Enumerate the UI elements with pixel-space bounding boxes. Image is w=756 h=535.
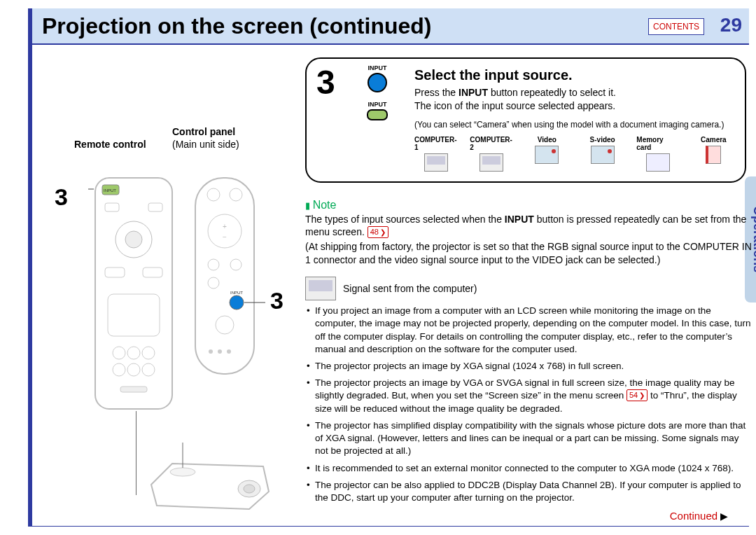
step-marker-panel: 3 (270, 287, 284, 314)
svg-rect-17 (120, 387, 147, 392)
svg-rect-18 (195, 178, 254, 374)
svg-point-21 (208, 214, 241, 248)
continued-link[interactable]: Continued (670, 510, 728, 522)
bullet-item: It is recommended to set an external mon… (305, 462, 753, 475)
svg-point-24 (208, 259, 219, 270)
source-svideo: S-video (581, 136, 624, 172)
note-heading: Note (305, 197, 753, 213)
svg-point-31 (209, 349, 213, 354)
svg-point-19 (207, 188, 220, 201)
svg-text:INPUT: INPUT (104, 188, 116, 193)
svg-rect-9 (143, 268, 162, 277)
source-memory: Memory card (636, 136, 679, 172)
step-box: 3 INPUT INPUT Select the input source. P… (305, 57, 746, 183)
input-buttons-icon: INPUT INPUT (353, 64, 402, 122)
step-paren: (You can select “Camera” when using the … (414, 120, 735, 131)
svg-point-35 (244, 485, 255, 493)
source-video: Video (526, 136, 568, 172)
svg-text:−: − (223, 233, 227, 241)
svg-point-32 (218, 349, 222, 354)
step-title: Select the input source. (414, 67, 735, 83)
bullet-item: The projector projects an image by XGA s… (305, 360, 753, 373)
manual-page: Projection on the screen (continued) CON… (28, 8, 749, 527)
signal-row: Signal sent from the computer) (305, 277, 753, 300)
svg-point-13 (142, 347, 155, 359)
svg-point-20 (230, 188, 242, 201)
bullet-item: The projector projects an image by VGA o… (305, 377, 753, 415)
source-camera: Camera (692, 136, 735, 172)
note-p2: (At shipping from factory, the projector… (305, 240, 753, 267)
connector-line (136, 411, 136, 495)
svg-rect-8 (105, 268, 125, 277)
step-marker-remote: 3 (55, 183, 68, 211)
svg-rect-7 (148, 203, 162, 211)
svg-point-26 (208, 277, 219, 289)
bullet-item: If you project an image from a computer … (305, 305, 753, 356)
svg-text:INPUT: INPUT (230, 291, 243, 295)
bullet-item: The projector has simplified display com… (305, 419, 753, 458)
page-title: Projection on the screen (continued) (42, 13, 432, 39)
step-number: 3 (316, 63, 335, 102)
control-panel-icon: + − INPUT (183, 176, 267, 380)
svg-point-5 (125, 231, 142, 248)
remote-label: Remote control (74, 139, 146, 150)
remote-control-icon: INPUT (88, 176, 179, 415)
note-section: Note The types of input sources selected… (305, 197, 753, 508)
panel-label: Control panel (172, 126, 235, 137)
note-p1: The types of input sources selected when… (305, 213, 753, 239)
svg-point-36 (170, 468, 195, 476)
svg-rect-6 (105, 203, 119, 211)
svg-point-30 (216, 316, 234, 334)
page-ref-48[interactable]: 48 (368, 226, 388, 238)
projector-icon (144, 443, 277, 520)
page-header: Projection on the screen (continued) CON… (32, 8, 749, 45)
source-row: COMPUTER-1 COMPUTER-2 Video S-video Memo… (414, 136, 735, 172)
svg-point-16 (142, 363, 155, 376)
main-unit-label: (Main unit side) (172, 139, 239, 150)
source-computer1: COMPUTER-1 (414, 136, 457, 172)
svg-point-15 (127, 363, 140, 376)
svg-point-28 (230, 296, 244, 310)
contents-button[interactable]: CONTENTS (648, 18, 704, 35)
svg-point-12 (127, 347, 140, 359)
step-text: Press the INPUT button repeatedly to sel… (414, 86, 735, 113)
computer-icon (305, 277, 336, 300)
bullet-list: If you project an image from a computer … (305, 305, 753, 504)
bullet-item: The projector can be also applied to DDC… (305, 479, 753, 504)
svg-point-25 (230, 259, 241, 270)
svg-point-14 (113, 363, 125, 376)
svg-text:+: + (223, 223, 227, 230)
page-number: 29 (720, 14, 742, 36)
svg-point-33 (227, 349, 231, 354)
svg-point-11 (113, 347, 125, 359)
page-ref-54[interactable]: 54 (626, 389, 648, 401)
source-computer2: COMPUTER-2 (470, 136, 512, 172)
svg-rect-10 (108, 294, 160, 336)
